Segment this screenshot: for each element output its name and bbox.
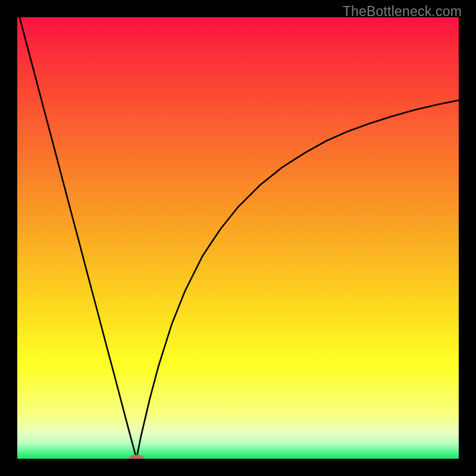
plot-area bbox=[17, 17, 459, 459]
gradient-background bbox=[17, 17, 459, 459]
chart-frame: TheBottleneck.com bbox=[0, 0, 476, 476]
chart-svg bbox=[17, 17, 459, 459]
